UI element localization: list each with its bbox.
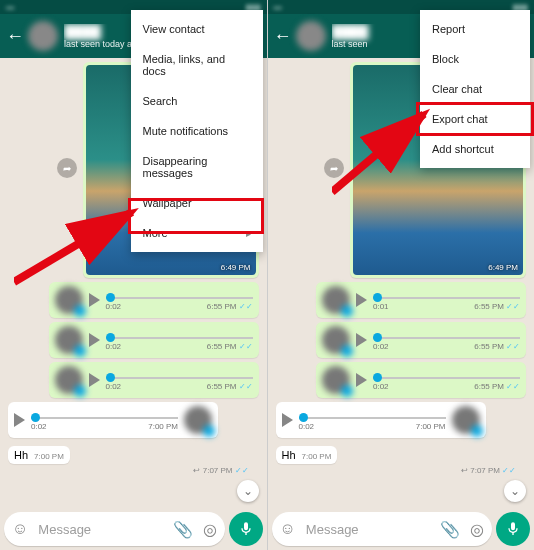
panel-left: ••• ▮▮▮ ← ████ last seen today at 5:16 ➦… [0,0,267,550]
play-icon[interactable] [282,413,293,427]
scroll-down-button[interactable]: ⌄ [237,480,259,502]
panel-right: ••• ▮▮▮ ← ████ last seen ➦ 6:49 PM 0:01 … [267,0,535,550]
voice-message[interactable]: 0:01 6:55 PM✓✓ [316,282,526,318]
menu-media[interactable]: Media, links, and docs [131,44,263,86]
menu-search[interactable]: Search [131,86,263,116]
attach-icon[interactable]: 📎 [173,520,193,539]
text-message[interactable]: Hh 7:00 PM [276,446,338,464]
image-timestamp: 6:49 PM [488,263,518,272]
play-icon[interactable] [89,293,100,307]
back-arrow-icon[interactable]: ← [274,26,292,47]
menu-disappearing[interactable]: Disappearing messages [131,146,263,188]
voice-message[interactable]: 0:02 6:55 PM✓✓ [316,322,526,358]
play-icon[interactable] [356,333,367,347]
forward-icon[interactable]: ➦ [57,158,77,178]
input-placeholder: Message [306,522,430,537]
voice-message-in[interactable]: 0:02 7:00 PM [276,402,486,438]
voice-avatar [55,366,83,394]
scroll-down-button[interactable]: ⌄ [504,480,526,502]
input-bar: ☺ Message 📎 ◎ [272,512,531,546]
voice-message-in[interactable]: 0:02 7:00 PM [8,402,218,438]
overflow-menu-more: Report Block Clear chat Export chat Add … [420,10,530,168]
attach-icon[interactable]: 📎 [440,520,460,539]
camera-icon[interactable]: ◎ [203,520,217,539]
mic-icon [505,521,521,537]
voice-avatar [322,326,350,354]
menu-report[interactable]: Report [420,14,530,44]
input-placeholder: Message [38,522,162,537]
play-icon[interactable] [356,373,367,387]
voice-message[interactable]: 0:02 6:55 PM✓✓ [316,362,526,398]
menu-view-contact[interactable]: View contact [131,14,263,44]
menu-clear-chat[interactable]: Clear chat [420,74,530,104]
message-input[interactable]: ☺ Message 📎 ◎ [272,512,493,546]
camera-icon[interactable]: ◎ [470,520,484,539]
text-message[interactable]: Hh 7:00 PM [8,446,70,464]
menu-mute[interactable]: Mute notifications [131,116,263,146]
chevron-right-icon: ▸ [246,228,251,239]
menu-wallpaper[interactable]: Wallpaper [131,188,263,218]
mic-button[interactable] [496,512,530,546]
back-arrow-icon[interactable]: ← [6,26,24,47]
play-icon[interactable] [89,373,100,387]
voice-avatar [184,406,212,434]
reply-timestamp: ↩ 7:07 PM✓✓ [276,464,527,475]
voice-avatar [322,366,350,394]
overflow-menu: View contact Media, links, and docs Sear… [131,10,263,252]
avatar[interactable] [296,21,326,51]
menu-more[interactable]: More▸ [131,218,263,248]
input-bar: ☺ Message 📎 ◎ [4,512,263,546]
emoji-icon[interactable]: ☺ [280,520,296,538]
image-timestamp: 6:49 PM [221,263,251,272]
reply-timestamp: ↩ 7:07 PM✓✓ [8,464,259,475]
menu-export-chat[interactable]: Export chat [420,104,530,134]
voice-avatar [55,326,83,354]
mic-button[interactable] [229,512,263,546]
voice-message[interactable]: 0:02 6:55 PM✓✓ [49,282,259,318]
voice-message[interactable]: 0:02 6:55 PM✓✓ [49,362,259,398]
menu-add-shortcut[interactable]: Add shortcut [420,134,530,164]
forward-icon[interactable]: ➦ [324,158,344,178]
voice-message[interactable]: 0:02 6:55 PM✓✓ [49,322,259,358]
play-icon[interactable] [89,333,100,347]
voice-avatar [55,286,83,314]
mic-icon [238,521,254,537]
voice-avatar [452,406,480,434]
emoji-icon[interactable]: ☺ [12,520,28,538]
message-input[interactable]: ☺ Message 📎 ◎ [4,512,225,546]
avatar[interactable] [28,21,58,51]
voice-avatar [322,286,350,314]
menu-block[interactable]: Block [420,44,530,74]
play-icon[interactable] [14,413,25,427]
play-icon[interactable] [356,293,367,307]
